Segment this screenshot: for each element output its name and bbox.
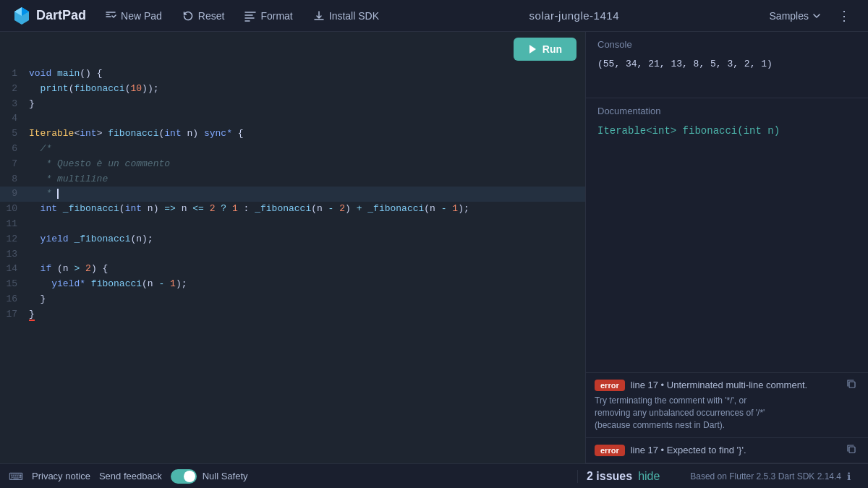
more-options-button[interactable]: ⋮ — [832, 5, 856, 27]
hide-issues-link[interactable]: hide — [638, 470, 660, 483]
code-line: 5 Iterable<int> fibonacci(int n) sync* { — [0, 127, 585, 142]
samples-button[interactable]: Samples — [762, 6, 829, 26]
errors-section: error line 17 • Unterminated multi-line … — [586, 373, 868, 463]
more-dots-icon: ⋮ — [838, 9, 851, 23]
send-feedback-link[interactable]: Send feedback — [99, 471, 162, 481]
error-badge: error — [595, 380, 625, 391]
code-line: 16 } — [0, 292, 585, 307]
code-line: 2 print(fibonacci(10)); — [0, 82, 585, 97]
sdk-info: Based on Flutter 2.5.3 Dart SDK 2.14.4 — [665, 471, 841, 481]
code-line: 9 * — [0, 187, 585, 202]
logo: DartPad — [12, 6, 86, 26]
console-output: (55, 34, 21, 13, 8, 5, 3, 2, 1) — [586, 54, 868, 98]
error-badge: error — [595, 445, 625, 456]
app-title: DartPad — [36, 8, 86, 23]
code-line: 11 — [0, 217, 585, 232]
right-pane: Console (55, 34, 21, 13, 8, 5, 3, 2, 1) … — [586, 32, 868, 463]
issues-count: 2 issues — [587, 470, 632, 483]
copy-error-button[interactable] — [843, 379, 859, 391]
footer: ⌨ Privacy notice Send feedback Null Safe… — [0, 463, 868, 488]
error-item: error line 17 • Unterminated multi-line … — [586, 373, 868, 438]
error-detail: Try terminating the comment with '*/', o… — [595, 395, 859, 431]
console-label: Console — [586, 32, 868, 54]
svg-marker-0 — [529, 45, 536, 53]
footer-right: 2 issues hide Based on Flutter 2.5.3 Dar… — [577, 470, 859, 483]
reset-icon — [182, 10, 194, 22]
error-message: line 17 • Unterminated multi-line commen… — [631, 379, 838, 392]
null-safety-toggle-wrap: Null Safety — [171, 469, 248, 484]
error-row: error line 17 • Expected to find '}'. — [595, 444, 859, 457]
main-content: Run 1 void main() { 2 print(fibonacci(10… — [0, 32, 868, 463]
doc-signature: Iterable<int> fibonacci(int n) — [597, 125, 780, 137]
code-line: 7 * Questo è un commento — [0, 157, 585, 172]
code-line: 13 — [0, 247, 585, 262]
code-line: 17 } — [0, 307, 585, 322]
code-line: 8 * multiline — [0, 172, 585, 187]
run-button[interactable]: Run — [514, 38, 576, 61]
code-line: 6 /* — [0, 142, 585, 157]
install-sdk-button[interactable]: Install SDK — [306, 6, 386, 26]
header-right-controls: Samples ⋮ — [762, 5, 856, 27]
code-editor[interactable]: 1 void main() { 2 print(fibonacci(10)); … — [0, 67, 585, 463]
null-safety-label: Null Safety — [203, 471, 248, 481]
svg-rect-1 — [849, 382, 855, 388]
documentation-section: Documentation Iterable<int> fibonacci(in… — [586, 98, 868, 373]
info-icon[interactable]: ℹ — [847, 471, 851, 482]
new-pad-button[interactable]: New Pad — [98, 6, 169, 26]
code-line: 1 void main() { — [0, 67, 585, 82]
copy-icon — [846, 379, 856, 389]
code-line: 12 yield _fibonacci(n); — [0, 232, 585, 247]
editor-toolbar: Run — [0, 32, 585, 67]
privacy-notice-link[interactable]: Privacy notice — [32, 471, 90, 481]
console-section: Console (55, 34, 21, 13, 8, 5, 3, 2, 1) — [586, 32, 868, 98]
error-message: line 17 • Expected to find '}'. — [631, 444, 838, 457]
code-line: 4 — [0, 111, 585, 127]
copy-icon — [846, 444, 856, 454]
error-item: error line 17 • Expected to find '}'. — [586, 438, 868, 463]
error-row: error line 17 • Unterminated multi-line … — [595, 379, 859, 392]
chevron-down-icon — [812, 11, 822, 21]
editor-pane: Run 1 void main() { 2 print(fibonacci(10… — [0, 32, 586, 463]
doc-content: Iterable<int> fibonacci(int n) — [586, 121, 868, 147]
install-sdk-icon — [313, 10, 325, 22]
keyboard-icon: ⌨ — [9, 471, 23, 482]
code-line: 3 } — [0, 97, 585, 112]
format-button[interactable]: Format — [237, 6, 299, 26]
code-line: 10 int _fibonacci(int n) => n <= 2 ? 1 :… — [0, 202, 585, 217]
play-icon — [528, 44, 537, 54]
footer-left: ⌨ Privacy notice Send feedback Null Safe… — [9, 469, 569, 484]
new-pad-icon — [105, 10, 116, 22]
code-line: 15 yield* fibonacci(n - 1); — [0, 277, 585, 292]
pad-name-display: solar-jungle-1414 — [392, 9, 757, 22]
format-icon — [244, 10, 256, 22]
copy-error-button[interactable] — [843, 444, 859, 456]
null-safety-toggle[interactable] — [171, 469, 197, 484]
code-line: 14 if (n > 2) { — [0, 262, 585, 277]
svg-rect-2 — [849, 447, 855, 453]
documentation-label: Documentation — [586, 98, 868, 121]
dart-logo-icon — [12, 6, 32, 26]
app-header: DartPad New Pad Reset Format Install SDK… — [0, 0, 868, 32]
reset-button[interactable]: Reset — [175, 6, 232, 26]
